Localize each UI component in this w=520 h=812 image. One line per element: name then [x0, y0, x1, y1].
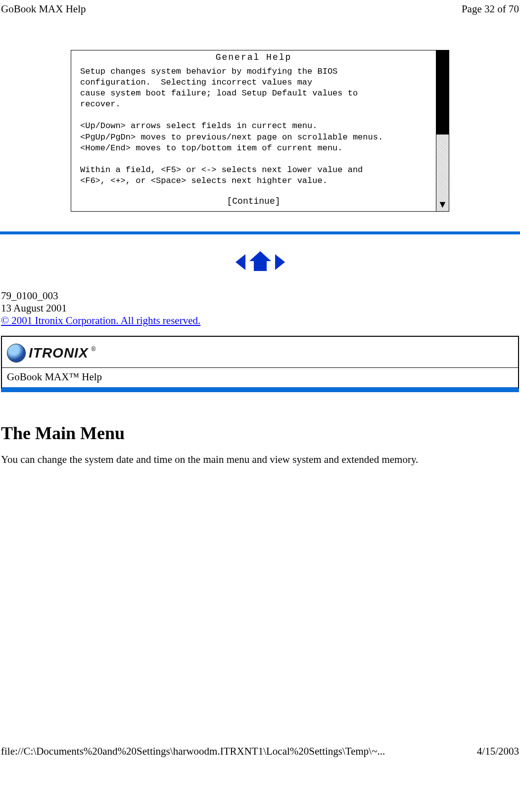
- brand-name: ITRONIX: [29, 345, 89, 361]
- meta-block: 79_0100_003 13 August 2001 © 2001 Itroni…: [0, 290, 520, 336]
- page-header: GoBook MAX Help Page 32 of 70: [0, 0, 520, 15]
- doc-date: 13 August 2001: [1, 302, 519, 315]
- bios-help-window: General Help Setup changes system behavi…: [71, 50, 449, 212]
- bios-body: General Help Setup changes system behavi…: [71, 50, 436, 211]
- brand-block: ITRONIX ® GoBook MAX™ Help: [1, 336, 519, 389]
- bios-scrollbar[interactable]: ▼: [436, 50, 449, 211]
- brand-logo-row: ITRONIX ®: [2, 337, 518, 367]
- globe-icon: [7, 344, 26, 362]
- copyright-link[interactable]: © 2001 Itronix Corporation. All rights r…: [1, 315, 200, 326]
- brand-subtitle: GoBook MAX™ Help: [2, 367, 518, 387]
- scroll-down-arrow-icon[interactable]: ▼: [436, 199, 449, 209]
- footer-date: 4/15/2003: [477, 745, 519, 758]
- section-title: The Main Menu: [0, 392, 520, 453]
- section-body: You can change the system date and time …: [0, 453, 520, 466]
- header-right: Page 32 of 70: [462, 3, 519, 15]
- nav-home-icon[interactable]: [250, 252, 270, 272]
- header-left: GoBook MAX Help: [1, 3, 86, 15]
- footer-path: file://C:\Documents%20and%20Settings\har…: [1, 745, 385, 758]
- content-area: General Help Setup changes system behavi…: [0, 15, 520, 466]
- bios-continue-button[interactable]: [Continue]: [71, 193, 436, 211]
- doc-id: 79_0100_003: [1, 290, 519, 302]
- nav-prev-icon[interactable]: [236, 254, 245, 270]
- bios-help-text: Setup changes system behavior by modifyi…: [71, 64, 436, 193]
- page-footer: file://C:\Documents%20and%20Settings\har…: [0, 745, 520, 761]
- nav-next-icon[interactable]: [275, 254, 285, 270]
- bios-scroll-thumb[interactable]: [436, 50, 449, 135]
- bios-screenshot-container: General Help Setup changes system behavi…: [0, 50, 520, 231]
- nav-row: [0, 234, 520, 290]
- bios-title: General Help: [71, 50, 436, 64]
- trademark-icon: ®: [92, 346, 96, 353]
